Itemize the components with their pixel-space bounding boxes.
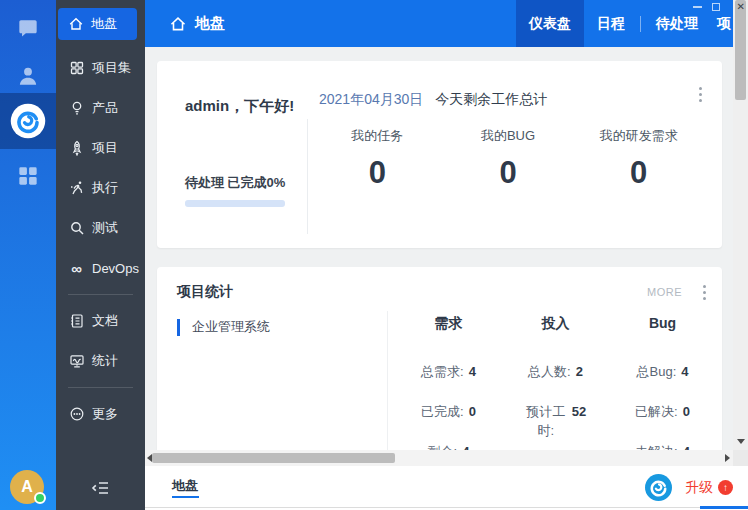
sidebar-item-dashboard[interactable]: 地盘 xyxy=(58,8,137,40)
more-circle-icon xyxy=(68,406,85,423)
sidebar-item-project[interactable]: 项目 xyxy=(56,128,145,168)
sidebar-item-report[interactable]: 统计 xyxy=(56,341,145,381)
avatar-letter: A xyxy=(21,478,33,496)
footer-bar: 地盘 升级 ↑ xyxy=(145,466,748,510)
summary-title: 今天剩余工作总计 xyxy=(435,91,547,109)
project-list-item[interactable]: 企业管理系统 xyxy=(177,318,270,336)
kebab-menu-icon[interactable] xyxy=(695,83,706,106)
minimize-icon[interactable] xyxy=(693,6,702,8)
stat-row: 预计工时:52 xyxy=(502,402,609,440)
sidebar-item-program[interactable]: 项目集 xyxy=(56,48,145,88)
close-icon[interactable]: ✕ xyxy=(737,2,745,12)
home-icon xyxy=(169,15,187,33)
stat-row: 总需求:4 xyxy=(395,362,502,381)
sidebar-item-label: 文档 xyxy=(92,312,118,330)
sidebar-item-label: 地盘 xyxy=(91,15,117,33)
stat-row: 未解决:4 xyxy=(609,442,716,450)
scroll-down-arrow-icon[interactable] xyxy=(737,439,745,444)
active-tab-underline xyxy=(172,496,199,498)
kebab-menu-icon[interactable] xyxy=(699,281,710,304)
column-header: 投入 xyxy=(502,315,609,333)
maximize-icon[interactable] xyxy=(712,3,720,11)
stat-value[interactable]: 0 xyxy=(312,155,443,191)
upgrade-button[interactable]: 升级 ↑ xyxy=(685,479,733,497)
main-area: 地盘 仪表盘 日程 待处理 项 admin，下午好! 待处理 已完成0% 202… xyxy=(145,0,748,510)
sidebar-item-devops[interactable]: ∞ DevOps xyxy=(56,248,145,288)
dashboard-card: admin，下午好! 待处理 已完成0% 2021年04月30日 今天剩余工作总… xyxy=(157,61,722,248)
avatar[interactable]: A xyxy=(10,470,44,504)
sidebar-item-label: DevOps xyxy=(92,261,139,276)
sidebar-item-docs[interactable]: 文档 xyxy=(56,301,145,341)
project-stat-grid: 需求 总需求:4 已完成:0 剩余:4 投入 总人数:2 预计工时:52 Bug… xyxy=(395,315,716,333)
horizontal-scrollbar-thumb[interactable] xyxy=(152,453,395,463)
stat-my-bugs: 我的BUG 0 xyxy=(443,127,574,191)
today-stats: 我的任务 0 我的BUG 0 我的研发需求 0 xyxy=(312,127,704,191)
vertical-scrollbar[interactable] xyxy=(733,0,748,450)
stat-row: 总人数:2 xyxy=(502,362,609,381)
home-icon xyxy=(67,16,84,33)
sidebar-item-label: 执行 xyxy=(92,179,118,197)
vertical-divider xyxy=(307,119,308,234)
bulb-icon xyxy=(68,100,85,117)
sidebar-item-more[interactable]: 更多 xyxy=(56,394,145,434)
story-column: 需求 总需求:4 已完成:0 剩余:4 xyxy=(395,315,502,333)
collapse-sidebar-icon[interactable] xyxy=(90,480,112,498)
active-indicator xyxy=(177,319,180,336)
sidebar-item-label: 项目集 xyxy=(92,59,131,77)
stat-label: 我的任务 xyxy=(312,127,443,145)
tab-calendar[interactable]: 日程 xyxy=(584,0,638,47)
online-status-dot xyxy=(34,492,46,504)
zentao-logo-icon[interactable] xyxy=(645,474,672,501)
footer-bottom-line xyxy=(145,507,748,508)
column-header: Bug xyxy=(609,315,716,331)
sidebar-item-execution[interactable]: 执行 xyxy=(56,168,145,208)
scrollbar-corner xyxy=(733,450,748,466)
infinity-icon: ∞ xyxy=(68,260,85,277)
todo-summary: 待处理 已完成0% xyxy=(185,174,285,192)
sidebar-item-product[interactable]: 产品 xyxy=(56,88,145,128)
stat-label: 我的研发需求 xyxy=(573,127,704,145)
sidebar-item-label: 产品 xyxy=(92,99,118,117)
runner-icon xyxy=(68,180,85,197)
zentao-logo-icon[interactable] xyxy=(0,93,56,149)
stat-row: 总Bug:4 xyxy=(609,362,716,381)
stat-value[interactable]: 0 xyxy=(573,155,704,191)
apps-grid-icon[interactable] xyxy=(0,152,56,200)
scroll-right-arrow-icon[interactable] xyxy=(725,454,730,462)
stat-value[interactable]: 0 xyxy=(443,155,574,191)
horizontal-scrollbar[interactable] xyxy=(145,450,733,466)
upgrade-label: 升级 xyxy=(685,479,713,497)
footer-blue-segment xyxy=(700,506,748,509)
chat-icon[interactable] xyxy=(0,6,56,54)
sidebar: 地盘 项目集 产品 项目 执行 测试 ∞ DevOps 文档 xyxy=(56,0,145,510)
notebook-icon xyxy=(68,313,85,330)
sidebar-item-testing[interactable]: 测试 xyxy=(56,208,145,248)
grid-icon xyxy=(68,60,85,77)
card-title: 项目统计 xyxy=(177,283,233,301)
tab-separator xyxy=(640,16,641,32)
vertical-divider xyxy=(387,311,388,450)
stat-row: 剩余:4 xyxy=(395,442,502,450)
page-title-text: 地盘 xyxy=(195,14,225,33)
more-link[interactable]: MORE xyxy=(647,286,682,298)
upgrade-badge-icon: ↑ xyxy=(718,480,733,495)
project-name: 企业管理系统 xyxy=(192,318,270,336)
magnifier-icon xyxy=(68,220,85,237)
stat-row: 已解决:0 xyxy=(609,402,716,421)
stat-row: 已完成:0 xyxy=(395,402,502,421)
greeting-text: admin，下午好! xyxy=(185,91,307,121)
page-title: 地盘 xyxy=(145,14,225,33)
date-text: 2021年04月30日 xyxy=(319,91,423,109)
rocket-icon xyxy=(68,140,85,157)
tab-dashboard[interactable]: 仪表盘 xyxy=(516,0,584,47)
sidebar-item-label: 测试 xyxy=(92,219,118,237)
stat-my-tasks: 我的任务 0 xyxy=(312,127,443,191)
sidebar-divider xyxy=(68,387,133,388)
footer-tab-dashboard[interactable]: 地盘 xyxy=(172,477,198,495)
sidebar-divider xyxy=(68,294,133,295)
monitor-chart-icon xyxy=(68,353,85,370)
effort-column: 投入 总人数:2 预计工时:52 xyxy=(502,315,609,333)
app-rail: A xyxy=(0,0,56,510)
content-area: admin，下午好! 待处理 已完成0% 2021年04月30日 今天剩余工作总… xyxy=(145,47,733,450)
vertical-scrollbar-thumb[interactable] xyxy=(735,0,746,100)
